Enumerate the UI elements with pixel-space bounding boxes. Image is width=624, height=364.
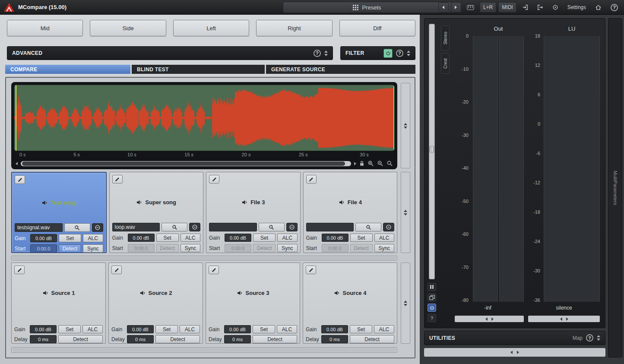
scroll-right-button[interactable]	[354, 162, 356, 165]
alc-button[interactable]: ALC	[82, 325, 103, 333]
midi-button[interactable]: MIDI	[498, 2, 516, 13]
bottom-horizontal-scrollbar[interactable]	[11, 347, 397, 353]
sync-button[interactable]: Sync	[181, 244, 201, 252]
channel-mode-button[interactable]: L+R	[480, 2, 496, 13]
edit-icon-button[interactable]	[306, 175, 317, 184]
map-button[interactable]: Map	[573, 335, 583, 341]
gain-set-button[interactable]: Set	[350, 325, 372, 333]
slots-horizontal-scrollbar[interactable]	[11, 256, 397, 260]
meter-pause-button[interactable]	[428, 283, 436, 291]
keyboard-icon-button[interactable]	[463, 2, 478, 13]
channel-button-diff[interactable]: Diff	[339, 20, 415, 36]
gain-set-button[interactable]: Set	[253, 234, 276, 242]
clear-file-button[interactable]	[92, 223, 103, 232]
gain-value-field[interactable]: 0.00 dB	[30, 325, 57, 333]
alc-button[interactable]: ALC	[374, 234, 395, 242]
help-button[interactable]: ?	[607, 2, 621, 13]
tab-compare[interactable]: COMPARE	[5, 65, 130, 74]
edit-icon-button[interactable]	[306, 266, 316, 274]
edit-icon-button[interactable]	[111, 266, 122, 274]
previous-preset-button[interactable]	[438, 2, 449, 13]
gain-set-button[interactable]: Set	[59, 234, 81, 242]
delay-value-field[interactable]: 0 ms	[127, 335, 154, 343]
source-slot-2[interactable]: Source 2 Gain 0.00 dB Set ALC Delay 0 ms…	[108, 263, 203, 344]
alc-button[interactable]: ALC	[83, 234, 103, 242]
delay-value-field[interactable]: 0 ms	[321, 335, 348, 343]
start-value-field[interactable]: 0:00.0	[128, 244, 155, 252]
browse-file-button[interactable]	[64, 223, 90, 232]
filter-spinner[interactable]	[407, 51, 410, 56]
alc-button[interactable]: ALC	[180, 325, 200, 333]
channel-button-side[interactable]: Side	[90, 20, 166, 36]
source-slots-scrollbar[interactable]	[401, 263, 410, 344]
slider-handle[interactable]	[430, 146, 434, 153]
browse-file-button[interactable]	[355, 223, 381, 231]
meter-power-button[interactable]	[428, 304, 436, 312]
tab-blind-test[interactable]: BLIND TEST	[132, 65, 265, 74]
scroll-left-button[interactable]	[16, 162, 18, 165]
file-slot-1[interactable]: Test song testsignal.wav Gain 0.00 dB Se…	[11, 172, 107, 253]
lu-meter-bar[interactable]	[544, 36, 600, 302]
channel-button-mid[interactable]: Mid	[7, 20, 83, 36]
start-value-field[interactable]: 0:00.0	[30, 244, 57, 253]
presets-button[interactable]: Presets	[283, 2, 451, 13]
delay-detect-button[interactable]: Detect	[253, 335, 297, 343]
next-preset-button[interactable]	[451, 2, 461, 13]
meter-popup-button[interactable]	[428, 293, 436, 301]
file-path-field[interactable]: loop.wav	[112, 223, 160, 231]
out-meter-scrollbar[interactable]	[455, 316, 524, 322]
start-value-field[interactable]: 0:00.0	[322, 244, 348, 252]
utilities-bar[interactable]: UTILITIES Map ?	[424, 331, 605, 345]
gain-set-button[interactable]: Set	[58, 325, 81, 333]
gain-value-field[interactable]: 0.00 dB	[322, 234, 348, 242]
scroll-thumb[interactable]	[22, 161, 345, 166]
tab-generate-source[interactable]: GENERATE SOURCE	[266, 65, 415, 74]
clear-file-button[interactable]	[286, 223, 298, 231]
channel-button-right[interactable]: Right	[256, 20, 332, 36]
file-path-field[interactable]	[209, 223, 257, 231]
delay-detect-button[interactable]: Detect	[155, 335, 200, 343]
sync-button[interactable]: Sync	[374, 244, 395, 252]
clear-file-button[interactable]	[189, 223, 200, 231]
zoom-out-icon[interactable]	[377, 160, 383, 167]
alc-button[interactable]: ALC	[181, 234, 201, 242]
filter-power-button[interactable]	[383, 49, 393, 58]
filter-bar[interactable]: FILTER ?	[340, 46, 415, 60]
gain-value-field[interactable]: 0.00 dB	[321, 325, 348, 333]
sync-button[interactable]: Sync	[83, 244, 103, 253]
gain-value-field[interactable]: 0.00 dB	[224, 325, 251, 333]
edit-icon-button[interactable]	[209, 175, 219, 184]
gain-value-field[interactable]: 0.00 dB	[30, 234, 57, 242]
file-path-field[interactable]: testsignal.wav	[15, 223, 63, 232]
source-slot-3[interactable]: Source 3 Gain 0.00 dB Set ALC Delay 0 ms…	[206, 263, 300, 344]
file-slot-3[interactable]: File 3 Gain 0.00 dB Set ALC Start	[206, 172, 301, 253]
gain-value-field[interactable]: 0.00 dB	[225, 234, 251, 242]
advanced-help-button[interactable]: ?	[314, 50, 321, 57]
browse-file-button[interactable]	[162, 223, 187, 231]
waveform-display[interactable]	[14, 85, 395, 151]
channel-button-left[interactable]: Left	[173, 20, 249, 36]
file-slot-2[interactable]: Super song loop.wav Gain 0.00 dB Set ALC	[109, 172, 204, 253]
start-detect-button[interactable]: Detect	[253, 244, 276, 252]
alc-button[interactable]: ALC	[374, 325, 394, 333]
utilities-help-button[interactable]: ?	[586, 334, 593, 342]
alc-button[interactable]: ALC	[277, 234, 298, 242]
advanced-bar[interactable]: ADVANCED ?	[7, 46, 333, 60]
clear-file-button[interactable]	[383, 223, 394, 231]
sync-button[interactable]: Sync	[277, 244, 298, 252]
source-slot-4[interactable]: Source 4 Gain 0.00 dB Set ALC Delay 0 ms…	[303, 263, 397, 344]
export-icon-button[interactable]	[534, 2, 547, 13]
stereo-mode-button[interactable]: Stereo	[441, 25, 450, 51]
alc-button[interactable]: ALC	[277, 325, 297, 333]
advanced-spinner[interactable]	[324, 51, 328, 56]
delay-value-field[interactable]: 0 ms	[224, 335, 251, 343]
lock-icon[interactable]	[359, 161, 364, 166]
file-slots-scrollbar[interactable]	[401, 172, 410, 253]
browse-file-button[interactable]	[259, 223, 285, 231]
file-path-field[interactable]	[306, 223, 354, 231]
delay-value-field[interactable]: 0 ms	[30, 335, 57, 343]
edit-icon-button[interactable]	[15, 175, 25, 184]
start-detect-button[interactable]: Detect	[350, 244, 373, 252]
edit-icon-button[interactable]	[209, 266, 219, 274]
start-detect-button[interactable]: Detect	[156, 244, 179, 252]
